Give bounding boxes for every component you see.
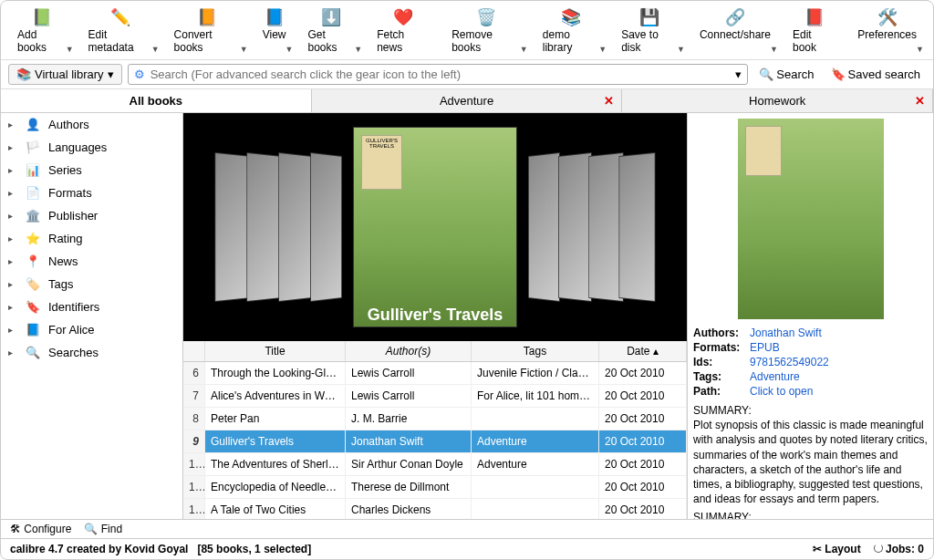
expand-icon[interactable]: ▸ xyxy=(8,325,17,335)
toolbar-view[interactable]: 📘View▼ xyxy=(254,5,296,56)
toolbar-remove-books[interactable]: 🗑️Remove books▼ xyxy=(442,5,530,56)
toolbar-fetch-news[interactable]: ❤️Fetch news xyxy=(368,5,439,56)
detail-formats-link[interactable]: EPUB xyxy=(750,341,780,354)
table-row[interactable]: 9Gulliver's TravelsJonathan SwiftAdventu… xyxy=(183,430,687,453)
close-icon[interactable]: ✕ xyxy=(915,94,925,108)
expand-icon[interactable]: ▸ xyxy=(8,256,17,266)
sidebar-item-tags[interactable]: ▸🏷️Tags xyxy=(1,273,182,296)
cover-thumb[interactable] xyxy=(558,152,592,302)
sidebar-item-series[interactable]: ▸📊Series xyxy=(1,159,182,181)
sidebar-item-searches[interactable]: ▸🔍Searches xyxy=(1,341,182,364)
toolbar-convert-books[interactable]: 📙Convert books▼ xyxy=(165,5,250,56)
table-row[interactable]: 11Encyclopedia of NeedleworkTherese de D… xyxy=(183,476,687,499)
detail-tags-link[interactable]: Adventure xyxy=(750,370,800,383)
cover-thumb[interactable] xyxy=(528,152,560,302)
toolbar-demo-library[interactable]: 📚demo library▼ xyxy=(534,5,608,56)
cover-banner xyxy=(745,126,782,176)
coverflow[interactable]: GULLIVER'S TRAVELS Gulliver's Travels xyxy=(183,113,687,341)
cover-thumb[interactable] xyxy=(246,152,281,302)
row-number: 6 xyxy=(183,362,205,384)
col-tags[interactable]: Tags xyxy=(472,341,599,361)
expand-icon[interactable]: ▸ xyxy=(8,119,17,130)
sidebar-item-rating[interactable]: ▸⭐Rating xyxy=(1,227,182,250)
saved-search-button[interactable]: 🔖Saved search xyxy=(825,65,927,84)
toolbar-icon: ❤️ xyxy=(392,6,414,28)
expand-icon[interactable]: ▸ xyxy=(8,211,17,221)
sort-asc-icon: ▴ xyxy=(653,345,659,358)
cover-thumb[interactable] xyxy=(310,152,342,302)
cell-author: Lewis Carroll xyxy=(346,385,472,407)
table-row[interactable]: 12A Tale of Two CitiesCharles Dickens20 … xyxy=(183,499,687,519)
expand-icon[interactable]: ▸ xyxy=(8,302,17,312)
virtual-library-button[interactable]: 📚 Virtual library ▾ xyxy=(8,64,122,85)
detail-ids-link[interactable]: 9781562549022 xyxy=(750,356,829,368)
search-button[interactable]: 🔍Search xyxy=(753,65,819,84)
cover-thumb[interactable] xyxy=(278,152,312,302)
cell-tags xyxy=(472,408,599,430)
row-number: 10 xyxy=(183,453,205,475)
sidebar-label: Publisher xyxy=(48,209,98,223)
col-title[interactable]: Title xyxy=(205,341,346,361)
toolbar-get-books[interactable]: ⬇️Get books▼ xyxy=(298,5,364,56)
table-row[interactable]: 7Alice's Adventures in Wonderl...Lewis C… xyxy=(183,385,687,408)
cell-author: Therese de Dillmont xyxy=(346,476,472,498)
toolbar-edit-metadata[interactable]: ✏️Edit metadata▼ xyxy=(79,5,161,56)
col-author[interactable]: Author(s) xyxy=(346,341,472,361)
expand-icon[interactable]: ▸ xyxy=(8,165,17,175)
row-number: 8 xyxy=(183,408,205,430)
table-row[interactable]: 6Through the Looking-GlassLewis CarrollJ… xyxy=(183,362,687,385)
tab-all-books[interactable]: All books xyxy=(1,89,312,112)
expand-icon[interactable]: ▸ xyxy=(8,347,17,358)
bookmark-icon: 🔖 xyxy=(831,67,846,81)
sidebar-icon: 🏛️ xyxy=(25,209,41,223)
sidebar-item-formats[interactable]: ▸📄Formats xyxy=(1,181,182,204)
dropdown-icon: ▼ xyxy=(520,45,528,54)
expand-icon[interactable]: ▸ xyxy=(8,142,17,152)
sidebar-item-languages[interactable]: ▸🏳️Languages xyxy=(1,136,182,159)
sidebar-item-for-alice[interactable]: ▸📘For Alice xyxy=(1,318,182,341)
table-row[interactable]: 10The Adventures of Sherlock H...Sir Art… xyxy=(183,453,687,476)
sidebar-item-identifiers[interactable]: ▸🔖Identifiers xyxy=(1,296,182,318)
dropdown-icon[interactable]: ▾ xyxy=(735,67,742,81)
toolbar-save-to-disk[interactable]: 💾Save to disk▼ xyxy=(612,5,687,56)
cell-title: A Tale of Two Cities xyxy=(205,499,346,519)
cell-author: Charles Dickens xyxy=(346,499,472,519)
gear-icon[interactable]: ⚙ xyxy=(134,67,145,81)
book-cover[interactable] xyxy=(738,119,884,319)
find-button[interactable]: 🔍 Find xyxy=(84,523,122,535)
tab-adventure[interactable]: Adventure✕ xyxy=(312,89,623,112)
toolbar-connect-share[interactable]: 🔗Connect/share▼ xyxy=(690,5,780,56)
toolbar-edit-book[interactable]: 📕Edit book xyxy=(784,5,845,56)
jobs-button[interactable]: Jobs: 0 xyxy=(874,543,924,555)
table-header: Title Author(s) Tags Date ▴ xyxy=(183,341,687,362)
configure-button[interactable]: 🛠 Configure xyxy=(10,523,71,535)
search-input[interactable] xyxy=(150,67,736,81)
dropdown-icon: ▼ xyxy=(598,45,607,54)
tab-label: Homework xyxy=(749,94,805,108)
sidebar-item-news[interactable]: ▸📍News xyxy=(1,250,182,273)
toolbar-preferences[interactable]: 🛠️Preferences▼ xyxy=(848,5,926,56)
toolbar-icon: 🗑️ xyxy=(475,6,497,28)
close-icon[interactable]: ✕ xyxy=(604,94,614,108)
expand-icon[interactable]: ▸ xyxy=(8,233,17,244)
expand-icon[interactable]: ▸ xyxy=(8,279,17,289)
expand-icon[interactable]: ▸ xyxy=(8,188,17,198)
summary-heading: SUMMARY: xyxy=(693,403,928,418)
tab-homework[interactable]: Homework✕ xyxy=(622,89,933,112)
coverflow-title: Gulliver's Travels xyxy=(183,306,687,325)
sidebar-item-publisher[interactable]: ▸🏛️Publisher xyxy=(1,204,182,227)
toolbar-label: Add books xyxy=(17,28,67,54)
layout-button[interactable]: ✂ Layout xyxy=(813,543,861,555)
detail-path-link[interactable]: Click to open xyxy=(750,385,813,398)
search-box[interactable]: ⚙ ▾ xyxy=(128,64,749,85)
col-date[interactable]: Date ▴ xyxy=(599,341,687,361)
toolbar-icon: ⬇️ xyxy=(320,6,342,28)
table-row[interactable]: 8Peter PanJ. M. Barrie20 Oct 2010 xyxy=(183,408,687,430)
sidebar-label: For Alice xyxy=(48,323,95,337)
toolbar-label: Edit book xyxy=(793,28,835,54)
cover-thumb[interactable] xyxy=(619,152,656,302)
cover-main[interactable]: GULLIVER'S TRAVELS xyxy=(353,127,517,327)
detail-authors-link[interactable]: Jonathan Swift xyxy=(750,327,822,339)
sidebar-item-authors[interactable]: ▸👤Authors xyxy=(1,113,182,136)
toolbar-add-books[interactable]: 📗Add books▼ xyxy=(8,5,76,56)
